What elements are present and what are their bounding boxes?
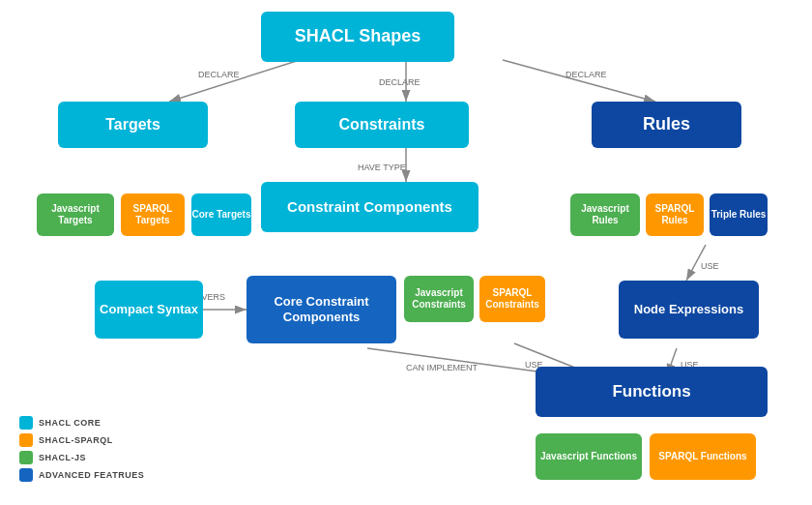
svg-line-1 [169, 60, 300, 102]
legend-dot-shacl-js [19, 451, 33, 464]
constraint-components-box: Constraint Components [261, 182, 478, 232]
sparql-constraints-box: SPARQL Constraints [479, 276, 545, 322]
legend-dot-shacl-sparql [19, 433, 33, 447]
sparql-rules-box: SPARQL Rules [646, 193, 704, 236]
functions-box: Functions [536, 367, 768, 417]
can-implement-label: CAN IMPLEMENT [406, 363, 478, 372]
legend-item-shacl-js: SHACL-JS [19, 451, 144, 464]
rules-box: Rules [592, 102, 741, 148]
declare2-label: DECLARE [379, 77, 420, 87]
core-constraint-components-box: Core Constraint Components [246, 276, 396, 343]
diagram-container: DECLARE DECLARE DECLARE HAVE TYPE COVERS… [0, 0, 812, 505]
legend: SHACL CORE SHACL-SPARQL SHACL-JS ADVANCE… [19, 416, 144, 486]
declare1-label: DECLARE [198, 70, 240, 79]
javascript-functions-box: Javascript Functions [536, 433, 642, 480]
shacl-shapes-box: SHACL Shapes [261, 12, 454, 62]
use2-label: USE [701, 261, 719, 271]
legend-item-shacl-sparql: SHACL-SPARQL [19, 433, 144, 447]
sparql-targets-box: SPARQL Targets [121, 193, 185, 236]
legend-dot-advanced [19, 468, 33, 482]
constraints-box: Constraints [295, 102, 469, 148]
javascript-targets-box: Javascript Targets [37, 193, 114, 236]
sparql-functions-box: SPARQL Functions [650, 433, 756, 480]
compact-syntax-box: Compact Syntax [95, 281, 203, 339]
svg-line-8 [686, 245, 706, 281]
javascript-constraints-box: Javascript Constraints [404, 276, 474, 322]
node-expressions-box: Node Expressions [619, 281, 759, 339]
core-targets-box: Core Targets [191, 193, 251, 236]
targets-box: Targets [58, 102, 208, 148]
javascript-rules-box: Javascript Rules [570, 193, 640, 236]
legend-item-shacl-core: SHACL CORE [19, 416, 144, 430]
have-type-label: HAVE TYPE [358, 163, 406, 172]
legend-item-advanced: ADVANCED FEATRUES [19, 468, 144, 482]
svg-line-3 [503, 60, 655, 102]
legend-dot-shacl-core [19, 416, 33, 430]
declare3-label: DECLARE [566, 70, 607, 79]
triple-rules-box: Triple Rules [710, 193, 768, 236]
